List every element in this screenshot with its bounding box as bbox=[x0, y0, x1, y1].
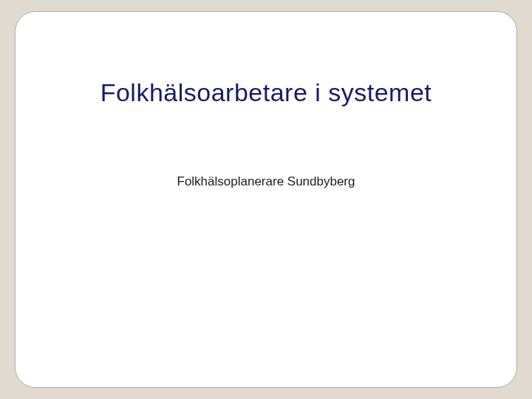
slide-title: Folkhälsoarbetare i systemet bbox=[16, 78, 516, 107]
slide-card: Folkhälsoarbetare i systemet Folkhälsopl… bbox=[15, 11, 517, 388]
slide-subtitle: Folkhälsoplanerare Sundbyberg bbox=[16, 174, 516, 189]
